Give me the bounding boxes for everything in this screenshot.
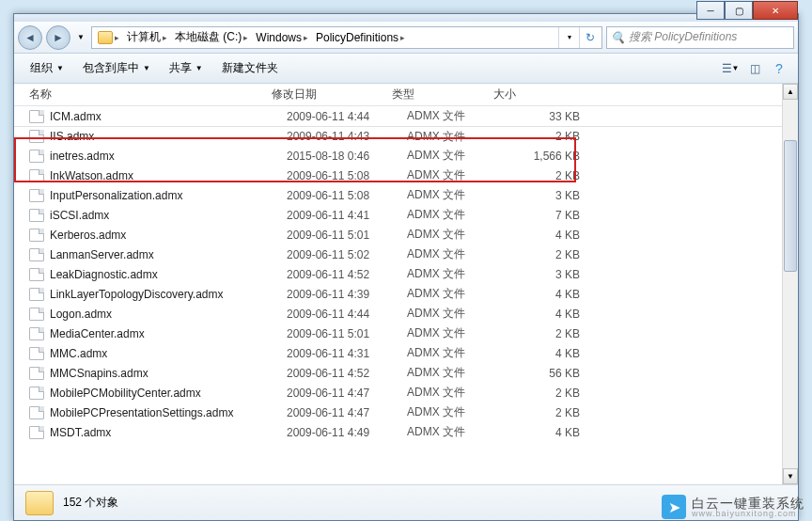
- file-row[interactable]: IIS.admx2009-06-11 4:43ADMX 文件2 KB: [14, 126, 798, 146]
- file-type: ADMX 文件: [407, 129, 508, 145]
- file-row[interactable]: ICM.admx2009-06-11 4:44ADMX 文件33 KB: [14, 106, 798, 126]
- file-type: ADMX 文件: [407, 187, 508, 203]
- new-folder-button[interactable]: 新建文件夹: [213, 55, 287, 81]
- breadcrumb-item[interactable]: PolicyDefinitions▸: [312, 29, 409, 46]
- file-icon: [29, 248, 44, 261]
- file-date: 2009-06-11 4:43: [287, 130, 407, 143]
- column-name[interactable]: 名称: [29, 87, 272, 103]
- vertical-scrollbar[interactable]: ▲ ▼: [782, 84, 798, 484]
- file-date: 2009-06-11 4:52: [287, 367, 407, 380]
- file-name: MediaCenter.admx: [50, 327, 287, 340]
- column-type[interactable]: 类型: [392, 87, 493, 103]
- file-name: IIS.admx: [50, 130, 287, 143]
- scroll-up-button[interactable]: ▲: [783, 84, 798, 100]
- file-name: ICM.admx: [50, 110, 287, 123]
- column-date[interactable]: 修改日期: [272, 87, 392, 103]
- back-button[interactable]: ◄: [18, 25, 42, 50]
- file-row[interactable]: LinkLayerTopologyDiscovery.admx2009-06-1…: [14, 284, 798, 304]
- chevron-down-icon: ▼: [56, 64, 64, 72]
- file-row[interactable]: InkWatson.admx2009-06-11 5:08ADMX 文件2 KB: [14, 166, 798, 185]
- file-name: Kerberos.admx: [50, 229, 287, 242]
- search-placeholder: 搜索 PolicyDefinitions: [629, 29, 737, 45]
- file-type: ADMX 文件: [407, 306, 508, 322]
- close-button[interactable]: ✕: [753, 1, 798, 20]
- file-type: ADMX 文件: [407, 207, 508, 223]
- file-row[interactable]: LeakDiagnostic.admx2009-06-11 4:52ADMX 文…: [14, 264, 798, 284]
- search-input[interactable]: 🔍 搜索 PolicyDefinitions: [606, 26, 794, 49]
- watermark-sub: www.baiyunxitong.com: [692, 510, 804, 518]
- file-icon: [29, 150, 44, 163]
- forward-button[interactable]: ►: [46, 25, 70, 50]
- chevron-right-icon: ▸: [304, 33, 308, 42]
- toolbar: 组织▼ 包含到库中▼ 共享▼ 新建文件夹 ☰▼ ◫ ?: [14, 54, 798, 84]
- nav-history-dropdown[interactable]: ▼: [74, 29, 87, 46]
- file-name: Logon.admx: [50, 308, 287, 321]
- file-row[interactable]: MMCSnapins.admx2009-06-11 4:52ADMX 文件56 …: [14, 363, 798, 383]
- file-row[interactable]: MSDT.admx2009-06-11 4:49ADMX 文件4 KB: [14, 422, 798, 442]
- file-icon: [29, 387, 44, 400]
- chevron-down-icon: ▼: [195, 64, 203, 72]
- file-icon: [29, 367, 44, 380]
- file-type: ADMX 文件: [407, 108, 508, 124]
- file-date: 2009-06-11 4:41: [287, 209, 407, 222]
- file-name: LinkLayerTopologyDiscovery.admx: [50, 288, 287, 301]
- file-size: 4 KB: [508, 229, 580, 242]
- minimize-button[interactable]: ─: [696, 1, 725, 20]
- breadcrumb-item[interactable]: Windows▸: [252, 29, 312, 46]
- file-date: 2009-06-11 4:52: [287, 268, 407, 281]
- file-icon: [29, 308, 44, 321]
- include-library-button[interactable]: 包含到库中▼: [74, 55, 159, 81]
- file-icon: [29, 288, 44, 301]
- address-dropdown[interactable]: ▾: [558, 27, 579, 48]
- file-date: 2009-06-11 4:31: [287, 347, 407, 360]
- file-row[interactable]: InputPersonalization.admx2009-06-11 5:08…: [14, 185, 798, 205]
- file-type: ADMX 文件: [407, 167, 508, 183]
- file-name: LeakDiagnostic.admx: [50, 268, 287, 281]
- organize-button[interactable]: 组织▼: [22, 55, 72, 81]
- file-type: ADMX 文件: [407, 246, 508, 262]
- search-icon: 🔍: [611, 31, 625, 44]
- breadcrumb-item[interactable]: 本地磁盘 (C:)▸: [171, 27, 252, 47]
- file-row[interactable]: MobilePCPresentationSettings.admx2009-06…: [14, 403, 798, 422]
- column-headers: 名称 修改日期 类型 大小: [14, 84, 798, 106]
- view-icon: ☰: [722, 62, 732, 75]
- help-button[interactable]: ?: [768, 57, 790, 80]
- file-row[interactable]: MediaCenter.admx2009-06-11 5:01ADMX 文件2 …: [14, 324, 798, 343]
- file-icon: [29, 189, 44, 202]
- file-type: ADMX 文件: [407, 424, 508, 440]
- explorer-window: ─ ▢ ✕ ◄ ► ▼ ▸ 计算机▸ 本地磁盘 (C:)▸ Windows▸ P…: [13, 13, 799, 521]
- file-name: InputPersonalization.admx: [50, 189, 287, 202]
- file-date: 2009-06-11 4:49: [287, 426, 407, 439]
- file-row[interactable]: LanmanServer.admx2009-06-11 5:02ADMX 文件2…: [14, 245, 798, 264]
- file-size: 2 KB: [508, 327, 580, 340]
- column-size[interactable]: 大小: [493, 87, 569, 103]
- file-row[interactable]: inetres.admx2015-08-18 0:46ADMX 文件1,566 …: [14, 146, 798, 166]
- file-type: ADMX 文件: [407, 365, 508, 381]
- breadcrumb-item[interactable]: 计算机▸: [123, 27, 171, 47]
- maximize-button[interactable]: ▢: [725, 1, 753, 20]
- breadcrumb-root[interactable]: ▸: [94, 29, 123, 46]
- folder-icon: [25, 491, 54, 515]
- file-row[interactable]: Logon.admx2009-06-11 4:44ADMX 文件4 KB: [14, 304, 798, 324]
- view-mode-button[interactable]: ☰▼: [719, 57, 742, 80]
- scroll-thumb[interactable]: [784, 140, 797, 272]
- watermark-main: 白云一键重装系统: [692, 497, 804, 510]
- scroll-down-button[interactable]: ▼: [783, 468, 798, 484]
- file-pane: 名称 修改日期 类型 大小 ICM.admx2009-06-11 4:44ADM…: [14, 84, 798, 484]
- file-row[interactable]: MobilePCMobilityCenter.admx2009-06-11 4:…: [14, 383, 798, 403]
- navbar: ◄ ► ▼ ▸ 计算机▸ 本地磁盘 (C:)▸ Windows▸ PolicyD…: [14, 22, 798, 54]
- file-type: ADMX 文件: [407, 385, 508, 401]
- chevron-right-icon: ▸: [243, 33, 248, 42]
- preview-pane-button[interactable]: ◫: [743, 57, 766, 80]
- file-icon: [29, 229, 44, 242]
- refresh-icon: ↻: [586, 31, 595, 44]
- address-bar[interactable]: ▸ 计算机▸ 本地磁盘 (C:)▸ Windows▸ PolicyDefinit…: [91, 26, 602, 49]
- file-size: 4 KB: [508, 426, 580, 439]
- file-icon: [29, 110, 44, 123]
- watermark-logo-icon: ➤: [662, 495, 686, 519]
- share-button[interactable]: 共享▼: [161, 55, 211, 81]
- refresh-button[interactable]: ↻: [579, 27, 600, 48]
- file-row[interactable]: iSCSI.admx2009-06-11 4:41ADMX 文件7 KB: [14, 205, 798, 225]
- file-row[interactable]: Kerberos.admx2009-06-11 5:01ADMX 文件4 KB: [14, 225, 798, 245]
- file-row[interactable]: MMC.admx2009-06-11 4:31ADMX 文件4 KB: [14, 343, 798, 363]
